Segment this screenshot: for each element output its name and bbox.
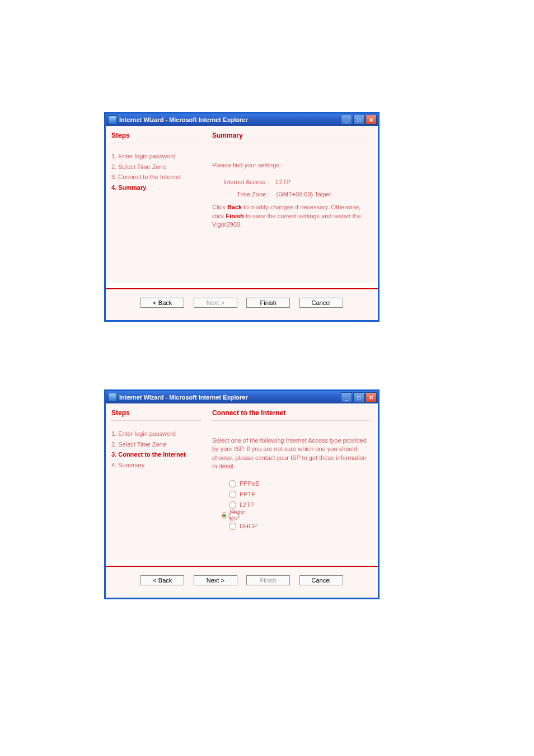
- step-1: 1. Enter login password: [111, 151, 201, 162]
- minimize-button[interactable]: _: [341, 115, 352, 125]
- step-1: 1. Enter login password: [111, 429, 201, 439]
- step-4: 4. Summary: [111, 182, 201, 193]
- option-label: Static IP: [229, 509, 245, 522]
- step-4: 4. Summary: [111, 460, 201, 471]
- minimize-button[interactable]: _: [341, 392, 352, 402]
- close-button[interactable]: ✕: [366, 392, 377, 402]
- radio-icon[interactable]: [229, 491, 236, 498]
- main-header: Connect to the Internet: [212, 409, 370, 421]
- intro-text: Please find your settings :: [212, 161, 370, 170]
- radio-icon[interactable]: [229, 480, 236, 487]
- timezone-label: Time Zone :: [237, 191, 269, 198]
- steps-sidebar: Steps 1. Enter login password 2. Select …: [106, 403, 207, 560]
- ie-icon: [108, 393, 117, 402]
- titlebar[interactable]: Internet Wizard - Microsoft Internet Exp…: [106, 391, 378, 403]
- instruction-text: Click Back to modify changes if necessar…: [212, 203, 370, 229]
- back-button[interactable]: < Back: [140, 575, 184, 585]
- radio-icon[interactable]: [229, 523, 236, 530]
- steps-header: Steps: [111, 132, 201, 143]
- option-static-ip[interactable]: Static IP: [229, 512, 370, 519]
- main-panel: Summary Please find your settings : Inte…: [207, 126, 378, 283]
- timezone-row: Time Zone : (GMT+08:00) Taipei: [237, 191, 370, 198]
- titlebar[interactable]: Internet Wizard - Microsoft Internet Exp…: [106, 114, 378, 126]
- maximize-button[interactable]: □: [353, 115, 364, 125]
- next-button: Next >: [194, 298, 237, 308]
- timezone-value: (GMT+08:00) Taipei: [277, 191, 331, 198]
- internet-access-label: Internet Access :: [223, 179, 269, 185]
- option-dhcp[interactable]: DHCP: [229, 523, 370, 530]
- option-pptp[interactable]: PPTP: [229, 491, 370, 498]
- close-button[interactable]: ✕: [366, 115, 377, 125]
- wizard-window-connect: Internet Wizard - Microsoft Internet Exp…: [104, 389, 380, 599]
- finish-button: Finish: [246, 575, 290, 585]
- cancel-button[interactable]: Cancel: [299, 575, 343, 585]
- option-pppoe[interactable]: PPPoE: [229, 480, 370, 487]
- window-title: Internet Wizard - Microsoft Internet Exp…: [119, 116, 248, 123]
- back-button[interactable]: < Back: [140, 298, 184, 308]
- access-type-options: PPPoE PPTP L2TP Static IP: [229, 480, 370, 530]
- step-2: 2. Select Time Zone: [111, 439, 201, 450]
- steps-sidebar: Steps 1. Enter login password 2. Select …: [106, 126, 207, 283]
- option-label: L2TP: [240, 501, 254, 508]
- step-3: 3. Connect to the Internet: [111, 172, 201, 182]
- option-label: PPTP: [240, 491, 256, 497]
- button-row: < Back Next > Finish Cancel: [106, 566, 378, 598]
- steps-header: Steps: [111, 409, 201, 421]
- radio-icon[interactable]: [229, 501, 236, 509]
- step-3: 3. Connect to the Internet: [111, 449, 201, 460]
- main-panel: Connect to the Internet Select one of th…: [207, 403, 378, 560]
- ie-icon: [108, 115, 117, 124]
- button-row: < Back Next > Finish Cancel: [106, 288, 378, 320]
- maximize-button[interactable]: □: [353, 392, 364, 402]
- option-label: DHCP: [240, 523, 257, 529]
- main-header: Summary: [212, 132, 370, 143]
- wizard-window-summary: Internet Wizard - Microsoft Internet Exp…: [104, 112, 380, 322]
- intro-text: Select one of the following Internet Acc…: [212, 436, 370, 471]
- internet-access-row: Internet Access : L2TP: [223, 179, 370, 185]
- option-label: PPPoE: [240, 480, 259, 487]
- option-l2tp[interactable]: L2TP: [229, 501, 370, 509]
- cancel-button[interactable]: Cancel: [299, 298, 343, 308]
- radio-icon[interactable]: [222, 512, 226, 519]
- step-2: 2. Select Time Zone: [111, 162, 201, 172]
- next-button[interactable]: Next >: [194, 575, 237, 585]
- internet-access-value: L2TP: [276, 179, 291, 185]
- window-title: Internet Wizard - Microsoft Internet Exp…: [119, 394, 248, 401]
- finish-button[interactable]: Finish: [246, 298, 290, 308]
